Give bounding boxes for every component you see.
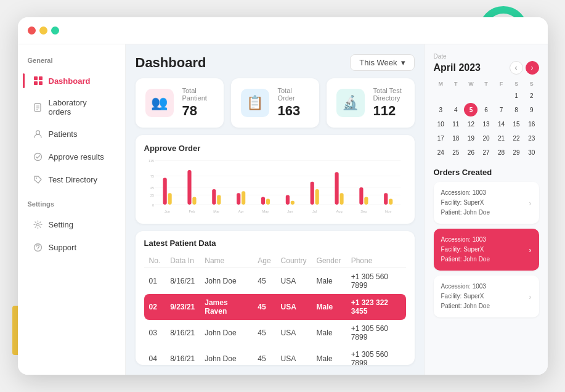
calendar-day[interactable]: 19 [464, 131, 478, 145]
calendar-day[interactable]: 2 [525, 89, 539, 102]
calendar-day[interactable]: 8 [510, 103, 523, 116]
calendar-day[interactable]: 6 [479, 103, 493, 116]
dashboard-header: Dashboard This Week ▾ [136, 54, 415, 71]
calendar-next-button[interactable]: › [526, 61, 539, 75]
svg-rect-27 [187, 170, 191, 205]
calendar-day [464, 89, 478, 102]
calendar-day[interactable]: 13 [479, 117, 493, 131]
calendar-day [434, 89, 447, 102]
sidebar-item-setting[interactable]: Setting [23, 213, 120, 235]
calendar-day[interactable]: 26 [464, 145, 478, 159]
svg-point-8 [36, 131, 40, 134]
grid-icon [33, 75, 44, 86]
svg-text:Jun: Jun [164, 210, 169, 213]
order-text: Accession: 1003Facility: SuperXPatient: … [441, 282, 490, 311]
sidebar-item-test-directory[interactable]: Test Directory [23, 168, 120, 190]
calendar-day[interactable]: 15 [510, 117, 523, 131]
calendar-day-header: S [524, 80, 539, 88]
calendar-day[interactable]: 23 [525, 131, 539, 145]
calendar-day[interactable]: 16 [525, 117, 539, 131]
table-row[interactable]: 018/16/21John Doe45USAMale+1 305 560 789… [144, 267, 406, 294]
calendar-day[interactable]: 20 [479, 131, 493, 145]
maximize-button[interactable] [51, 27, 59, 35]
calendar-day[interactable]: 24 [434, 145, 447, 159]
calendar-day[interactable]: 17 [434, 131, 447, 145]
tag-icon [33, 174, 44, 185]
stats-row: 👥 Total Pantient 78 📋 Total Order 163 [136, 78, 415, 128]
svg-rect-1 [39, 76, 43, 80]
svg-rect-3 [39, 81, 43, 85]
calendar-day[interactable]: 3 [434, 103, 447, 116]
sidebar-item-label-support: Support [49, 243, 77, 252]
orders-list: Accession: 1003Facility: SuperXPatient: … [434, 182, 539, 317]
calendar-day[interactable]: 5 [464, 103, 478, 116]
svg-rect-39 [285, 195, 289, 204]
chevron-down-icon: ▾ [401, 58, 405, 67]
sidebar-item-support[interactable]: Support [23, 236, 120, 258]
file-icon [33, 102, 44, 113]
patient-table: No. Data In Name Age Country Gender Phon… [144, 254, 406, 365]
table-row[interactable]: 029/23/21James Raven45USAMale+1 323 322 … [144, 294, 406, 320]
svg-rect-28 [192, 197, 196, 204]
sidebar-item-approve-results[interactable]: Approve results [23, 145, 120, 168]
svg-text:75: 75 [150, 174, 154, 178]
minimize-button[interactable] [39, 27, 47, 35]
col-header-name: Name [200, 254, 253, 268]
chart-area: 0254575115JunFebMarAprMayJunJulAugSepNov [144, 158, 406, 215]
calendar-day[interactable]: 27 [479, 145, 493, 159]
stat-value-patients: 78 [182, 103, 214, 119]
svg-text:115: 115 [148, 159, 154, 163]
col-header-gender: Gender [312, 254, 346, 268]
order-text: Accession: 1003Facility: SuperXPatient: … [441, 188, 490, 218]
calendar-day[interactable]: 18 [449, 131, 463, 145]
svg-rect-24 [163, 178, 166, 205]
svg-rect-42 [310, 182, 314, 205]
calendar-day[interactable]: 21 [495, 131, 508, 145]
svg-rect-51 [384, 193, 388, 205]
col-header-age: Age [253, 254, 275, 268]
calendar-prev-button[interactable]: ‹ [510, 61, 523, 75]
calendar-day[interactable]: 12 [464, 117, 478, 131]
order-text: Accession: 1003Facility: SuperXPatient: … [441, 235, 490, 264]
calendar-day[interactable]: 9 [525, 103, 539, 116]
order-card[interactable]: Accession: 1003Facility: SuperXPatient: … [434, 276, 539, 317]
sidebar-item-patients[interactable]: Patients [23, 123, 120, 145]
calendar-day[interactable]: 10 [434, 117, 447, 131]
svg-rect-0 [34, 76, 38, 80]
calendar-day[interactable]: 28 [495, 145, 508, 159]
sidebar-item-label-setting: Setting [49, 220, 73, 229]
svg-text:Mar: Mar [213, 210, 219, 213]
svg-text:Apr: Apr [238, 210, 243, 213]
calendar-day[interactable]: 29 [510, 145, 523, 159]
week-selector[interactable]: This Week ▾ [350, 54, 414, 71]
svg-rect-34 [242, 191, 245, 205]
calendar-day-header: M [434, 80, 449, 88]
calendar-nav-group: ‹ › [510, 61, 539, 75]
calendar-day[interactable]: 11 [449, 117, 463, 131]
bar-chart: 0254575115JunFebMarAprMayJunJulAugSepNov [144, 158, 406, 215]
calendar: Date April 2023 ‹ › MTWTFSS 123456789101… [434, 53, 539, 159]
sidebar-item-dashboard[interactable]: Dashboard [23, 70, 120, 92]
svg-point-13 [38, 249, 38, 250]
calendar-day[interactable]: 14 [495, 117, 508, 131]
calendar-day[interactable]: 1 [510, 89, 523, 102]
calendar-day[interactable]: 4 [449, 103, 463, 116]
order-card[interactable]: Accession: 1003Facility: SuperXPatient: … [434, 182, 539, 224]
calendar-day[interactable]: 30 [525, 145, 539, 159]
calendar-day-header: T [479, 80, 494, 88]
svg-rect-48 [359, 187, 363, 205]
stat-card-tests: 🔬 Total Test Directory 112 [327, 78, 415, 128]
table-row[interactable]: 038/16/21John Doe45USAMale+1 305 560 789… [144, 320, 406, 346]
close-button[interactable] [28, 27, 36, 35]
calendar-day-header: T [449, 80, 463, 88]
stat-label-patients: Total Pantient [182, 87, 214, 102]
svg-rect-43 [315, 189, 319, 205]
table-row[interactable]: 048/16/21John Doe45USAMale+1 305 560 789… [144, 346, 406, 365]
orders-icon-wrap: 📋 [241, 89, 269, 117]
calendar-day[interactable]: 7 [495, 103, 508, 116]
calendar-day[interactable]: 25 [449, 145, 463, 159]
sidebar-item-laboratory-orders[interactable]: Laboratory orders [23, 92, 120, 122]
order-card[interactable]: Accession: 1003Facility: SuperXPatient: … [434, 229, 539, 271]
calendar-day[interactable]: 22 [510, 131, 523, 145]
svg-rect-52 [389, 199, 392, 205]
